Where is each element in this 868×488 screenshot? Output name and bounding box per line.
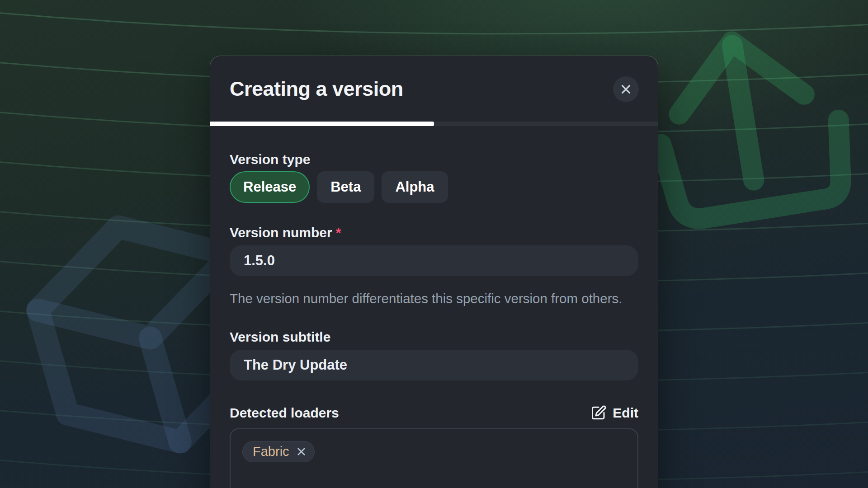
version-type-release-button[interactable]: Release xyxy=(230,171,310,203)
x-icon xyxy=(296,446,307,457)
pencil-square-icon xyxy=(590,405,607,421)
remove-loader-button[interactable] xyxy=(296,446,307,457)
create-version-dialog: Creating a version Version type Release … xyxy=(210,56,658,488)
dialog-header: Creating a version xyxy=(210,56,658,122)
edit-loaders-button[interactable]: Edit xyxy=(590,405,638,421)
version-number-label: Version number* xyxy=(230,225,638,241)
close-button[interactable] xyxy=(613,76,639,102)
x-icon xyxy=(620,83,632,95)
dialog-body: Version type Release Beta Alpha Version … xyxy=(210,151,658,488)
required-asterisk: * xyxy=(336,225,341,240)
loader-chip-fabric: Fabric xyxy=(242,441,315,462)
version-number-help: The version number differentiates this s… xyxy=(230,289,627,308)
progress-fill xyxy=(210,122,434,126)
dialog-title: Creating a version xyxy=(230,77,403,101)
detected-loaders-box: Fabric xyxy=(230,428,638,488)
loader-chip-label: Fabric xyxy=(253,444,289,459)
upload-arrow-icon xyxy=(633,14,859,249)
version-number-input[interactable] xyxy=(230,245,638,276)
detected-loaders-label: Detected loaders xyxy=(230,405,339,421)
version-subtitle-label: Version subtitle xyxy=(230,329,638,345)
detected-loaders-row: Detected loaders Edit xyxy=(230,405,638,421)
version-subtitle-input[interactable] xyxy=(230,350,638,380)
version-type-options: Release Beta Alpha xyxy=(230,171,638,203)
version-type-label: Version type xyxy=(230,151,638,168)
version-type-alpha-button[interactable]: Alpha xyxy=(382,171,448,203)
version-type-beta-button[interactable]: Beta xyxy=(317,171,374,203)
edit-button-label: Edit xyxy=(613,405,638,421)
progress-bar xyxy=(210,122,658,126)
